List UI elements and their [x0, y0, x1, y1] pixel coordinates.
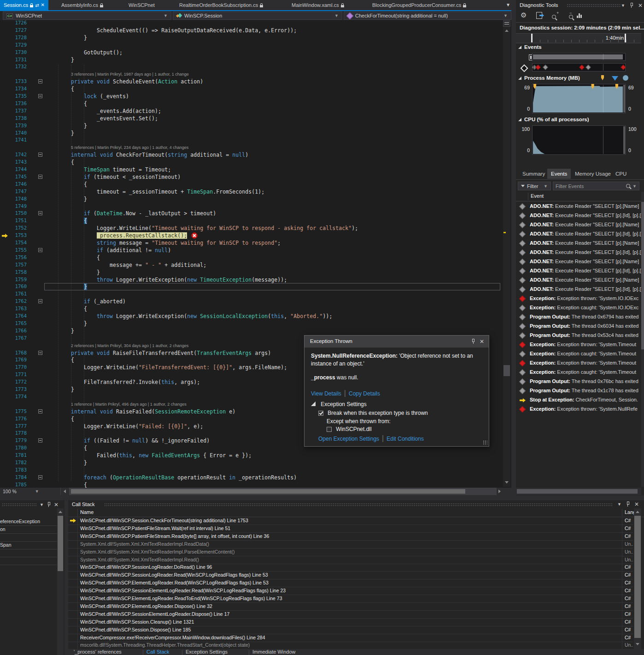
codelens-info[interactable]: 1 reference | Martin Prikryl, 496 days a…: [71, 402, 187, 407]
window-menu-icon[interactable]: ▼: [621, 3, 625, 8]
open-exception-settings-link[interactable]: Open Exception Settings: [318, 436, 379, 442]
event-row[interactable]: Exception: Exception caught: 'System.Tim…: [516, 349, 641, 359]
window-menu-icon[interactable]: ▼: [40, 502, 44, 507]
locals-row[interactable]: [0, 549, 57, 557]
callstack-row[interactable]: WinSCPnet.dll!WinSCP.Session.Cleanup() L…: [68, 618, 633, 626]
tab-realtimeorderbooksubscription-cs[interactable]: RealtimeOrderBookSubscription.cs: [176, 0, 267, 10]
tab-session-cs[interactable]: Session.cs⇄✕: [0, 0, 48, 10]
editor-scrollbar-thumb[interactable]: [503, 365, 510, 376]
close-icon[interactable]: ✕: [634, 502, 639, 507]
expander-icon[interactable]: [518, 77, 521, 80]
tab-assemblyinfo-cs[interactable]: AssemblyInfo.cs: [58, 0, 107, 10]
type-dropdown[interactable]: WinSCP.Session ▼: [173, 12, 342, 20]
editor-vertical-scrollbar[interactable]: [503, 27, 510, 487]
event-row[interactable]: Exception: Exception thrown: 'System.Tim…: [516, 340, 641, 349]
event-row[interactable]: Program Output: The thread 0x1c78 has ex…: [516, 386, 641, 395]
callstack-row[interactable]: WinSCPnet.dll!WinSCP.SessionLogReader.Re…: [68, 571, 633, 579]
break-when-thrown-checkbox[interactable]: [318, 411, 323, 416]
callstack-row[interactable]: WinSCPnet.dll!WinSCP.SessionElementLogRe…: [68, 587, 633, 595]
scroll-right-icon[interactable]: [498, 490, 501, 493]
event-row[interactable]: Exception: Exception thrown: 'System.Tim…: [516, 359, 641, 368]
event-row[interactable]: ADO.NET: Execute Reader "SELECT [p].[Nam…: [516, 276, 641, 285]
expander-icon[interactable]: [518, 46, 521, 49]
scroll-down-icon[interactable]: [505, 481, 509, 484]
callstack-row[interactable]: WinSCPnet.dll!WinSCP.ElementLogReader.Re…: [68, 579, 633, 587]
tab-mainwindow-xaml-cs[interactable]: MainWindow.xaml.cs: [288, 0, 348, 10]
event-row[interactable]: ADO.NET: Execute Reader "SELECT [p].[Id]…: [516, 248, 641, 257]
filter-events-input[interactable]: Filter Events▼: [553, 182, 639, 190]
close-icon[interactable]: ✕: [480, 339, 484, 344]
zoom-in-icon[interactable]: [552, 15, 556, 19]
pin-icon[interactable]: [47, 502, 51, 507]
codelens-info[interactable]: 2 references | Martin Prikryl, 304 days …: [71, 343, 188, 348]
locals-row[interactable]: [0, 557, 57, 565]
events-scrollbar-thumb[interactable]: [641, 202, 644, 349]
callstack-row[interactable]: WinSCPnet.dll!WinSCP.PatientFileStream.R…: [68, 532, 633, 541]
close-icon[interactable]: ✕: [638, 3, 643, 8]
event-row[interactable]: Program Output: The thread 0x76bc has ex…: [516, 377, 641, 386]
locals-row[interactable]: on: [0, 525, 57, 534]
fold-collapse-box[interactable]: [38, 409, 42, 413]
event-row[interactable]: Exception: Exception thrown: 'System.IO.…: [516, 294, 641, 303]
callstack-scrollbar[interactable]: [634, 508, 641, 649]
member-dropdown[interactable]: CheckForTimeout(string additional = null…: [344, 12, 511, 20]
diag-tab-memory-usage[interactable]: Memory Usage: [571, 169, 615, 179]
event-diamond-red[interactable]: [535, 65, 540, 70]
bottom-tab-call-stack[interactable]: Call Stack: [146, 649, 170, 655]
editor-hscrollbar-thumb[interactable]: [71, 489, 465, 494]
diag-horizontal-scrollbar[interactable]: [516, 488, 641, 495]
resize-grip[interactable]: [483, 440, 487, 445]
scroll-down-icon[interactable]: [636, 643, 639, 645]
copy-details-link[interactable]: Copy Details: [349, 390, 380, 397]
locals-row[interactable]: Span: [0, 541, 57, 549]
editor-horizontal-scrollbar[interactable]: [69, 488, 497, 495]
callstack-row[interactable]: WinSCPnet.dll!WinSCP.ElementLogReader.Di…: [68, 602, 633, 611]
fold-collapse-box[interactable]: [38, 475, 42, 479]
events-vertical-scrollbar[interactable]: [641, 192, 644, 487]
fold-collapse-box[interactable]: [38, 299, 42, 303]
fold-collapse-box[interactable]: [38, 438, 42, 443]
export-events-icon[interactable]: [536, 12, 542, 19]
event-row[interactable]: Program Output: The thread 0x53c4 has ex…: [516, 331, 641, 340]
leftpanel-scrollbar-thumb[interactable]: [58, 516, 63, 571]
event-row[interactable]: ADO.NET: Execute Reader "SELECT [p].[Id]…: [516, 266, 641, 276]
callstack-row[interactable]: System.Xml.dll!System.Xml.XmlTextReaderI…: [68, 540, 633, 549]
promote-tab-icon[interactable]: ⇄: [35, 3, 39, 8]
fold-collapse-box[interactable]: [38, 211, 42, 215]
fold-collapse-box[interactable]: [38, 153, 42, 157]
diag-tab-cpu-usage[interactable]: CPU Usage: [612, 169, 644, 179]
close-icon[interactable]: ✕: [54, 502, 59, 507]
event-row[interactable]: Program Output: The thread 0x6794 has ex…: [516, 313, 641, 322]
exception-popup-titlebar[interactable]: Exception Thrown ✕: [304, 336, 489, 348]
horizontal-splitter[interactable]: [0, 496, 644, 500]
chevron-down-icon[interactable]: ▼: [632, 184, 637, 189]
event-row[interactable]: ADO.NET: Execute Reader "SELECT [p].[Nam…: [516, 257, 641, 266]
timeline-ruler[interactable]: 1:40min: [516, 33, 641, 43]
codelens-info[interactable]: 3 references | Martin Prikryl, 1987 days…: [71, 72, 189, 77]
event-diamond-red[interactable]: [621, 65, 626, 70]
fold-collapse-box[interactable]: [38, 94, 42, 98]
editor-split-handle[interactable]: [503, 20, 510, 27]
module-checkbox[interactable]: [327, 427, 332, 432]
event-row[interactable]: Program Output: The thread 0x6034 has ex…: [516, 322, 641, 331]
bottom-tab-exception-settings[interactable]: Exception Settings: [186, 649, 228, 655]
selection-marker-right[interactable]: [625, 34, 626, 42]
fold-collapse-box[interactable]: [38, 175, 42, 179]
leftpanel-titlebar[interactable]: ▼✕: [0, 500, 64, 508]
cpu-chart[interactable]: [532, 125, 626, 155]
event-row[interactable]: ADO.NET: Execute Reader "SELECT [p].[Nam…: [516, 202, 641, 211]
event-row[interactable]: ADO.NET: Execute Reader "SELECT [p].[Id]…: [516, 230, 641, 239]
scroll-up-icon[interactable]: [59, 511, 62, 513]
pin-icon[interactable]: [471, 339, 475, 344]
pin-icon[interactable]: [626, 502, 630, 507]
project-dropdown[interactable]: C# WinSCPnet ▼: [3, 12, 171, 20]
event-diamond-gray[interactable]: [585, 65, 591, 70]
exception-settings-header[interactable]: Exception Settings: [311, 401, 367, 407]
event-row[interactable]: ADO.NET: Execute Reader "SELECT [p].[Id]…: [516, 211, 641, 220]
callstack-row[interactable]: WinSCPnet.dll!WinSCP.Session.Dispose() L…: [68, 626, 633, 634]
callstack-row[interactable]: WinSCPnet.dll!WinSCP.SessionLogReader.Do…: [68, 563, 633, 572]
scroll-up-icon[interactable]: [505, 30, 509, 32]
callstack-row[interactable]: mscorlib.dll!System.Threading.ThreadHelp…: [68, 641, 633, 649]
callstack-row[interactable]: ReceiverCompressor.exe!ReceiverCompresso…: [68, 634, 633, 642]
events-bar-lane[interactable]: [532, 53, 626, 61]
